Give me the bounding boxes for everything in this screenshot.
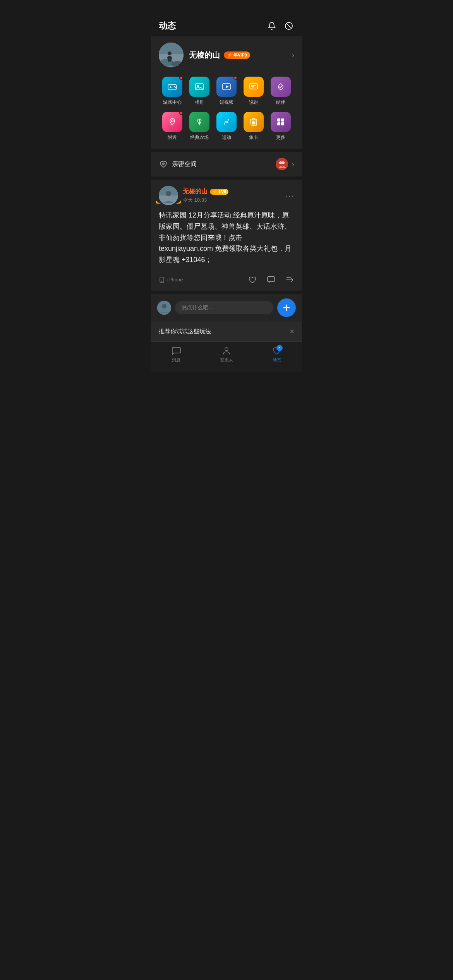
app-item-sport[interactable]: 运动 [213,110,240,142]
post-author-name: 无棱的山 ⚡ LV9 [183,188,285,196]
app-item-more[interactable]: 更多 [267,110,294,142]
svg-point-39 [162,304,166,308]
header-icons [266,21,294,31]
more-icon [271,112,291,132]
app-item-collect[interactable]: 集卡 [240,110,267,142]
profile-row[interactable]: 无棱的山 ⚡ 年VIP9 › [159,43,294,67]
app-label-more: 更多 [276,134,285,141]
nav-item-feed[interactable]: 动态 [263,346,290,363]
app-grid: 游戏中心 相册 [159,75,294,142]
svg-rect-16 [250,84,257,89]
nav-item-messages[interactable]: 消息 [163,346,190,363]
comment-avatar [157,301,171,315]
post-header: 无棱的山 ⚡ LV9 今天 10:33 ··· [159,186,294,205]
svg-rect-37 [268,277,275,282]
page-title: 动态 [159,20,176,32]
farm-icon [189,112,209,132]
feed-active-dot [276,345,283,351]
recommend-text: 推荐你试试这些玩法 [159,328,211,335]
partner-icon [271,77,291,97]
app-label-sport: 运动 [222,134,231,141]
notification-icon[interactable] [266,21,277,31]
post-info: 无棱的山 ⚡ LV9 今天 10:33 [183,188,285,204]
like-button[interactable] [248,275,257,284]
svg-point-36 [161,281,162,282]
svg-point-10 [174,86,175,87]
profile-section: 无棱的山 ⚡ 年VIP9 › [151,36,302,149]
svg-point-34 [166,191,171,196]
vip-badge: ⚡ 年VIP9 [224,51,250,59]
svg-rect-25 [281,118,284,122]
app-item-farm[interactable]: 经典农场 [186,110,213,142]
svg-point-19 [172,120,173,122]
post-content: 特讯家园 12月分享活动:经典原汁原味，原版家园。僵尸墓场、神兽英雄、大话水浒、… [159,210,294,266]
post-actions [248,275,294,284]
svg-point-42 [225,348,228,351]
svg-point-21 [228,119,229,120]
app-label-nearby: 附近 [168,134,177,141]
app-label-talk: 说说 [249,99,258,106]
share-button[interactable] [285,275,294,284]
intimate-section[interactable]: 亲密空间 › [151,152,302,176]
app-label-games: 游戏中心 [163,99,182,106]
nav-label-contacts: 联系人 [220,357,233,363]
app-item-partner[interactable]: 结伴 [267,75,294,107]
app-label-partner: 结伴 [276,99,285,106]
vip-lightning-icon: ⚡ [227,52,233,58]
nav-label-messages: 消息 [172,357,180,363]
recommend-banner: 推荐你试试这些玩法 × [151,322,302,341]
app-item-video[interactable]: 短视频 [213,75,240,107]
post-more-button[interactable]: ··· [285,191,294,200]
post-footer: iPhone [159,272,294,284]
svg-point-5 [171,61,184,67]
talk-icon [244,77,264,97]
app-label-album: 相册 [195,99,204,106]
app-item-album[interactable]: 相册 [186,75,213,107]
comment-button[interactable] [266,275,276,284]
svg-point-11 [175,87,176,88]
feed-icon [272,346,282,356]
svg-point-6 [168,51,172,55]
contacts-icon [221,346,232,356]
album-icon [189,77,209,97]
games-icon [162,77,182,97]
svg-marker-15 [226,85,229,88]
svg-rect-24 [277,118,280,122]
nearby-notification-dot [179,111,183,115]
intimate-avatar-1 [275,157,289,171]
nearby-icon [162,112,182,132]
svg-point-31 [282,161,285,164]
avatar [159,43,184,67]
status-bar [151,0,302,17]
messages-icon [171,346,181,356]
intimate-chevron-icon: › [292,160,294,168]
intimate-avatars [275,157,289,171]
app-item-games[interactable]: 游戏中心 [159,75,186,107]
profile-info: 无棱的山 ⚡ 年VIP9 [189,50,292,60]
post-time: 今天 10:33 [183,197,285,204]
app-label-video: 短视频 [220,99,233,106]
comment-input[interactable]: 说点什么吧... [175,301,273,314]
post-avatar-wrapper [159,186,178,205]
header: 动态 [151,17,302,36]
sport-icon [216,112,237,132]
nav-label-feed: 动态 [273,357,281,363]
svg-point-30 [279,161,282,164]
add-button[interactable] [277,298,296,317]
collect-icon [244,112,264,132]
profile-chevron-icon: › [292,51,294,59]
profile-name: 无棱的山 [189,50,220,60]
app-label-collect: 集卡 [249,134,258,141]
video-notification-dot [233,76,237,80]
nav-item-contacts[interactable]: 联系人 [213,346,240,363]
video-icon [216,77,237,97]
intimate-label: 亲密空间 [172,160,275,168]
bottom-nav: 消息 联系人 动态 [151,341,302,372]
app-item-talk[interactable]: 说说 [240,75,267,107]
app-item-nearby[interactable]: 附近 [159,110,186,142]
svg-rect-26 [277,122,280,125]
block-icon[interactable] [283,21,294,31]
recommend-close-button[interactable]: × [290,327,294,336]
level-badge: ⚡ LV9 [210,189,228,195]
svg-rect-27 [281,122,284,125]
